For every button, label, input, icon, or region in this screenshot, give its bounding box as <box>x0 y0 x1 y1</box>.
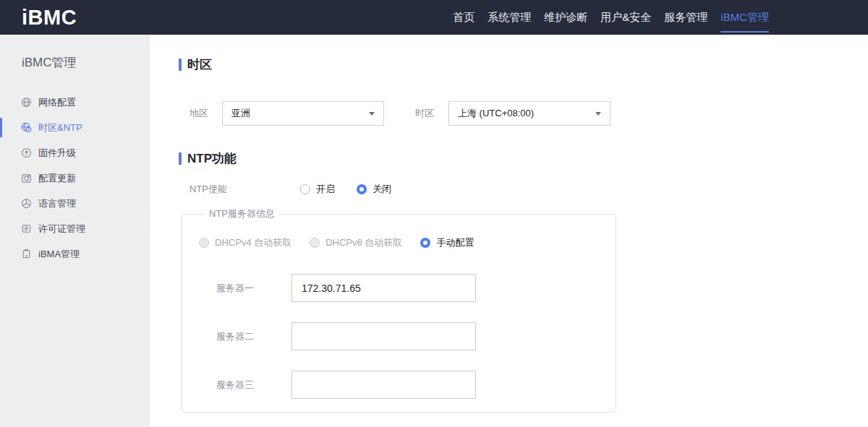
accent-bar <box>179 59 182 71</box>
sidebar-item-label: 固件升级 <box>38 147 76 160</box>
sidebar-title: iBMC管理 <box>0 35 150 71</box>
sidebar-item-label: 时区&NTP <box>38 121 82 134</box>
ntp-server-info-group: NTP服务器信息 DHCPv4 自动获取 DHCPv6 自动获取 手动配置 服务… <box>181 207 616 413</box>
sidebar-item-config-update[interactable]: 配置更新 <box>0 165 150 191</box>
nav-item-home[interactable]: 首页 <box>446 0 481 35</box>
radio-label: DHCPv4 自动获取 <box>215 236 292 249</box>
manual-config-radio[interactable]: 手动配置 <box>420 236 474 249</box>
radio-label: 关闭 <box>373 183 391 196</box>
ntp-section-title: NTP功能 <box>187 150 237 167</box>
sidebar-item-timezone-ntp[interactable]: 时区&NTP <box>0 115 150 140</box>
main-content: 时区 地区 亚洲 时区 上海 (UTC+08:00) NTP功能 NTP使能 开… <box>150 35 868 427</box>
nav-label: 维护诊断 <box>544 11 587 25</box>
radio-label: 手动配置 <box>436 236 474 249</box>
timezone-section-heading: 时区 <box>179 56 868 73</box>
sidebar-item-label: 配置更新 <box>38 172 76 185</box>
sidebar-menu: 网络配置 时区&NTP 固件升级 <box>0 90 150 267</box>
nav-label: 系统管理 <box>488 11 531 25</box>
network-icon <box>21 97 32 108</box>
language-icon <box>21 198 32 209</box>
sidebar-item-label: 语言管理 <box>38 197 76 210</box>
nav-item-ibmc-management[interactable]: iBMC管理 <box>714 0 775 35</box>
radio-disabled-icon <box>310 238 320 248</box>
ntp-enable-on-radio[interactable]: 开启 <box>300 183 335 196</box>
sidebar-item-label: iBMA管理 <box>38 248 80 261</box>
server-three-input[interactable] <box>292 371 476 399</box>
dhcpv6-auto-radio: DHCPv6 自动获取 <box>310 236 402 249</box>
chevron-down-icon <box>595 112 601 116</box>
sidebar-item-language-management[interactable]: 语言管理 <box>0 191 150 216</box>
region-select[interactable]: 亚洲 <box>222 101 384 126</box>
server-one-label: 服务器一 <box>216 282 292 295</box>
nav-label: iBMC管理 <box>720 11 769 25</box>
config-update-icon <box>21 173 32 184</box>
sidebar-item-ibma-management[interactable]: iBMA管理 <box>0 241 150 267</box>
server-two-label: 服务器二 <box>216 330 292 343</box>
timezone-select-value: 上海 (UTC+08:00) <box>458 107 534 120</box>
top-bar: iBMC 首页 系统管理 维护诊断 用户&安全 服务管理 iBMC管理 <box>0 0 868 35</box>
nav-item-maintenance-diagnosis[interactable]: 维护诊断 <box>537 0 594 35</box>
ntp-enable-label: NTP使能 <box>190 183 300 196</box>
sidebar-item-network-config[interactable]: 网络配置 <box>0 90 150 115</box>
nav-label: 用户&安全 <box>600 11 651 25</box>
server-one-input[interactable] <box>292 274 476 302</box>
radio-unchecked-icon <box>300 184 310 194</box>
radio-checked-icon <box>357 184 367 194</box>
timezone-label: 时区 <box>415 107 448 120</box>
ntp-server-info-legend: NTP服务器信息 <box>205 207 279 220</box>
timezone-form-row: 地区 亚洲 时区 上海 (UTC+08:00) <box>179 101 868 126</box>
sidebar-item-label: 许可证管理 <box>38 223 85 236</box>
server-two-input[interactable] <box>292 322 476 350</box>
firmware-upgrade-icon <box>21 147 32 158</box>
dhcpv4-auto-radio: DHCPv4 自动获取 <box>199 236 292 249</box>
nav-label: 服务管理 <box>664 11 707 25</box>
ibmc-logo: iBMC <box>22 6 77 30</box>
timezone-ntp-icon <box>21 122 32 133</box>
chevron-down-icon <box>369 112 375 116</box>
server-three-label: 服务器三 <box>216 379 292 392</box>
radio-label: DHCPv6 自动获取 <box>326 236 402 249</box>
sidebar-item-label: 网络配置 <box>38 96 76 109</box>
nav-item-user-security[interactable]: 用户&安全 <box>594 0 658 35</box>
sidebar-item-firmware-upgrade[interactable]: 固件升级 <box>0 140 150 165</box>
region-select-value: 亚洲 <box>231 107 250 120</box>
nav-label: 首页 <box>453 11 475 25</box>
radio-label: 开启 <box>316 183 335 196</box>
nav-item-system-management[interactable]: 系统管理 <box>481 0 537 35</box>
ntp-enable-off-radio[interactable]: 关闭 <box>357 183 391 196</box>
sidebar: iBMC管理 网络配置 时区&NTP <box>0 35 150 427</box>
nav-item-service-management[interactable]: 服务管理 <box>658 0 714 35</box>
ntp-section-heading: NTP功能 <box>179 150 868 167</box>
server-three-row: 服务器三 <box>199 371 616 399</box>
timezone-select[interactable]: 上海 (UTC+08:00) <box>448 101 610 126</box>
sidebar-item-license-management[interactable]: 许可证管理 <box>0 216 150 241</box>
ntp-enable-row: NTP使能 开启 关闭 <box>179 183 868 196</box>
license-icon <box>21 223 32 234</box>
timezone-section-title: 时区 <box>187 56 212 73</box>
server-one-row: 服务器一 <box>199 274 616 302</box>
ntp-server-mode-row: DHCPv4 自动获取 DHCPv6 自动获取 手动配置 <box>199 236 616 249</box>
top-navigation: 首页 系统管理 维护诊断 用户&安全 服务管理 iBMC管理 <box>446 0 868 35</box>
ibma-icon <box>21 249 32 259</box>
accent-bar <box>179 152 182 165</box>
radio-checked-icon <box>420 238 430 248</box>
server-two-row: 服务器二 <box>199 322 616 350</box>
region-label: 地区 <box>190 107 222 120</box>
radio-disabled-icon <box>199 238 209 248</box>
